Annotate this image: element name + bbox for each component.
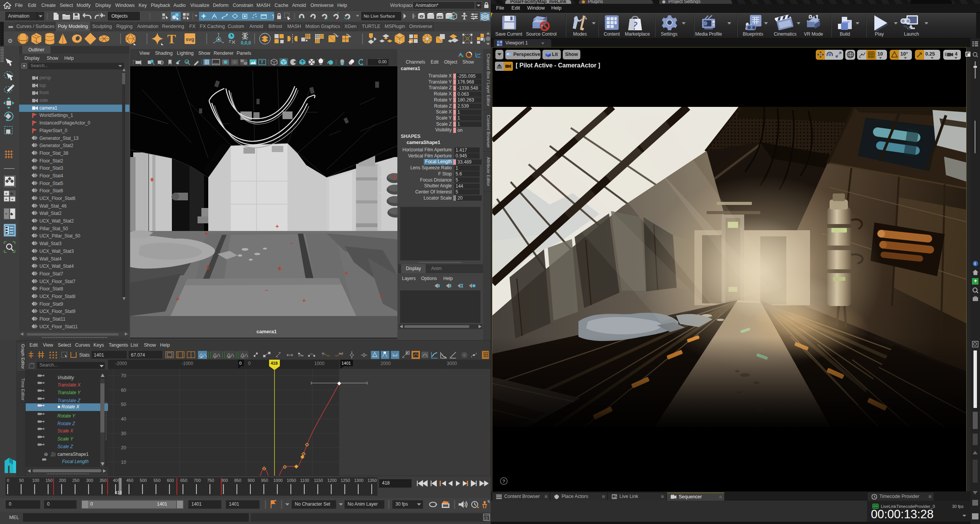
svg-text:418: 418 bbox=[271, 361, 278, 365]
svg-text:-2000: -2000 bbox=[115, 361, 127, 366]
svg-text:1401: 1401 bbox=[94, 352, 104, 358]
svg-text:E: E bbox=[214, 355, 216, 359]
svg-text:?: ? bbox=[502, 478, 505, 484]
svg-text:0: 0 bbox=[7, 478, 9, 483]
svg-text:30: 30 bbox=[121, 431, 126, 436]
svg-text:2000: 2000 bbox=[381, 361, 391, 366]
svg-text:M: M bbox=[228, 355, 230, 359]
svg-text:1150: 1150 bbox=[314, 478, 323, 483]
svg-text:750: 750 bbox=[207, 478, 214, 483]
svg-text:300: 300 bbox=[86, 478, 93, 483]
svg-text:IPR: IPR bbox=[437, 15, 443, 19]
svg-text:10: 10 bbox=[121, 460, 126, 465]
svg-text:900: 900 bbox=[248, 478, 255, 483]
svg-text:1200: 1200 bbox=[327, 478, 336, 483]
svg-text:1401: 1401 bbox=[341, 361, 351, 365]
svg-text:800: 800 bbox=[221, 478, 228, 483]
svg-text:50: 50 bbox=[121, 402, 126, 407]
svg-text:svg: svg bbox=[186, 36, 194, 42]
svg-text:150: 150 bbox=[46, 478, 52, 483]
svg-text:40: 40 bbox=[121, 416, 126, 422]
svg-text:{;}: {;} bbox=[484, 516, 488, 520]
svg-text:67.074: 67.074 bbox=[131, 352, 145, 358]
svg-text:1000: 1000 bbox=[273, 478, 283, 483]
svg-text:950: 950 bbox=[261, 478, 268, 483]
svg-text:1350: 1350 bbox=[368, 478, 377, 483]
svg-text:1000: 1000 bbox=[314, 361, 325, 366]
svg-text:T: T bbox=[167, 32, 176, 46]
svg-text:70: 70 bbox=[121, 373, 126, 378]
svg-text:0: 0 bbox=[248, 361, 251, 366]
svg-text:0: 0 bbox=[239, 361, 242, 365]
svg-text:350: 350 bbox=[100, 478, 106, 483]
svg-text:3000: 3000 bbox=[447, 361, 457, 366]
svg-text:camera1: camera1 bbox=[256, 329, 277, 334]
svg-text:1250: 1250 bbox=[341, 478, 350, 483]
svg-text:550: 550 bbox=[154, 478, 160, 483]
svg-text:C: C bbox=[242, 355, 244, 359]
svg-text:+: + bbox=[11, 197, 13, 201]
svg-text:+: + bbox=[5, 197, 7, 201]
svg-text:200: 200 bbox=[59, 478, 66, 483]
svg-text:100: 100 bbox=[32, 478, 39, 483]
svg-text:T: T bbox=[261, 60, 263, 64]
svg-text:-1000: -1000 bbox=[181, 361, 193, 366]
svg-text:i: i bbox=[975, 261, 976, 266]
svg-text:700: 700 bbox=[194, 478, 201, 483]
svg-text:600: 600 bbox=[167, 478, 174, 483]
svg-text:Stats: Stats bbox=[79, 352, 90, 358]
svg-text:20: 20 bbox=[121, 445, 126, 450]
svg-text:?: ? bbox=[272, 13, 274, 20]
svg-text:650: 650 bbox=[180, 478, 187, 483]
svg-text:250: 250 bbox=[72, 478, 79, 483]
svg-text:1100: 1100 bbox=[300, 478, 309, 483]
svg-text:500: 500 bbox=[140, 478, 147, 483]
svg-text:450: 450 bbox=[126, 478, 133, 483]
svg-text:0,0,0: 0,0,0 bbox=[241, 40, 251, 46]
svg-text:60: 60 bbox=[121, 388, 126, 393]
svg-text:+: + bbox=[5, 191, 7, 196]
svg-text:A: A bbox=[200, 355, 203, 359]
svg-text:1300: 1300 bbox=[354, 478, 363, 483]
svg-text:850: 850 bbox=[234, 478, 241, 483]
svg-text:50: 50 bbox=[19, 478, 24, 483]
svg-text:1050: 1050 bbox=[287, 478, 296, 483]
svg-text:+: + bbox=[5, 211, 7, 216]
